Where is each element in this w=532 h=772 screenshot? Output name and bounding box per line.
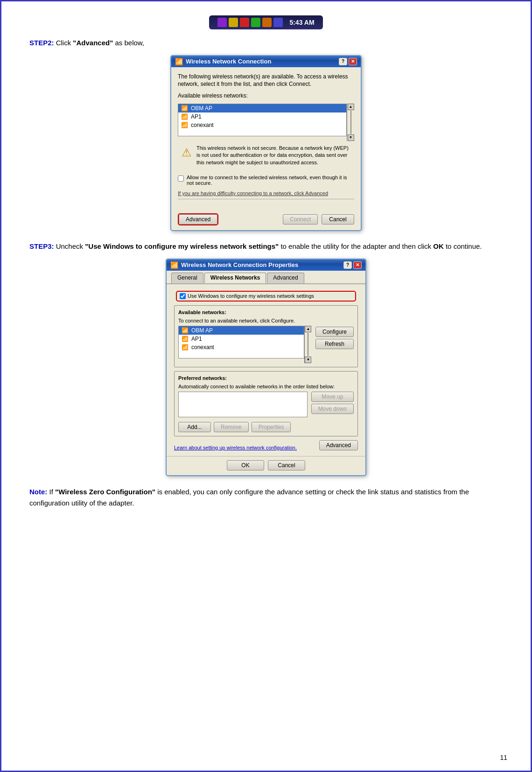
dialog2-preferred-title: Preferred networks: <box>178 375 354 381</box>
dialog1-title-icon: 📶 <box>175 58 183 65</box>
taskbar-bar: 5:43 AM <box>209 15 322 29</box>
dialog2-properties-btn[interactable]: Properties <box>252 422 291 432</box>
dialog2-close-btn[interactable]: ✕ <box>353 261 362 269</box>
dialog1-help-btn[interactable]: ? <box>339 58 347 65</box>
dialog1-cancel-btn[interactable]: Cancel <box>322 214 354 225</box>
scroll-thumb[interactable] <box>350 111 351 134</box>
dialog1-checkbox[interactable] <box>178 175 184 182</box>
scroll-thumb-2[interactable] <box>308 333 308 356</box>
step2-label: STEP2: <box>29 39 54 47</box>
dialog2-available-cols: 📶 OBM AP 📶 AP1 📶 conexant <box>178 326 354 363</box>
taskbar-icon-1 <box>217 18 227 27</box>
dialog2-title-icon: 📶 <box>170 261 178 269</box>
dialog2-checkbox-label: Use Windows to configure my wireless net… <box>188 293 314 299</box>
network2-icon-1: 📶 <box>182 327 189 334</box>
step2-text2: as below, <box>115 39 144 47</box>
tab-wireless-networks[interactable]: Wireless Networks <box>204 273 266 283</box>
page-number: 11 <box>500 754 507 761</box>
taskbar-icon-6 <box>273 18 283 27</box>
dialog2-bottom-row: Learn about setting up wireless network … <box>171 440 361 452</box>
wireless-network-properties-dialog: 📶 Wireless Network Connection Properties… <box>166 259 366 476</box>
list-item-obmap[interactable]: 📶 OBM AP <box>178 104 346 112</box>
list-item-conexant[interactable]: 📶 conexant <box>178 121 346 129</box>
dialog2-help-btn[interactable]: ? <box>343 261 352 269</box>
dialog2-preferred-desc: Automatically connect to available netwo… <box>178 384 354 389</box>
network-icon-1: 📶 <box>181 105 188 112</box>
taskbar-icons <box>217 18 283 27</box>
dialog1-warning: ⚠ This wireless network is not secure. B… <box>178 141 354 170</box>
tab-general[interactable]: General <box>171 273 203 283</box>
dialog2-preferred-list[interactable] <box>178 392 308 417</box>
taskbar-icon-2 <box>229 18 238 27</box>
network-icon-2: 📶 <box>181 113 188 120</box>
dialog2-available-section: Available networks: To connect to an ava… <box>174 305 358 367</box>
dialog2-titlebar-buttons: ? ✕ <box>343 261 362 269</box>
step3-bold: "Use Windows to configure my wireless ne… <box>85 242 279 250</box>
dialog1-title: Wireless Network Connection <box>186 58 271 65</box>
dialog1-bottom-text: If you are having difficulty connecting … <box>178 190 354 199</box>
dialog2-title: Wireless Network Connection Properties <box>181 261 298 268</box>
dialog2-cancel-btn[interactable]: Cancel <box>268 460 305 470</box>
step3-text3: to continue. <box>446 242 482 250</box>
dialog1-titlebar-buttons: ? ✕ <box>339 58 357 65</box>
dialog2-configure-btn[interactable]: Configure <box>315 327 354 337</box>
dialog1-available-label: Available wireless networks: <box>178 92 354 100</box>
dialog2-remove-btn[interactable]: Remove <box>214 422 249 432</box>
step3-text1: Uncheck <box>56 242 85 250</box>
dialog2-configure-col: Configure Refresh <box>315 326 354 363</box>
step2-bold: "Advanced" <box>73 39 113 47</box>
taskbar-icon-3 <box>240 18 249 27</box>
taskbar-icon-4 <box>251 18 260 27</box>
dialog2-preferred-section: Preferred networks: Automatically connec… <box>174 371 358 436</box>
dialog2-titlebar: 📶 Wireless Network Connection Properties… <box>167 260 365 271</box>
dialog2-titlebar-left: 📶 Wireless Network Connection Properties <box>170 261 298 269</box>
scroll-down-arrow[interactable]: ▼ <box>348 134 354 141</box>
network-name-3: conexant <box>191 122 214 128</box>
list-item-ap1[interactable]: 📶 AP1 <box>178 112 346 121</box>
list-item-2-conexant[interactable]: 📶 conexant <box>179 343 304 351</box>
network2-icon-2: 📶 <box>182 336 189 342</box>
dialog2-preferred-cols: Move up Move down <box>178 392 354 420</box>
dialog1-advanced-btn[interactable]: Advanced <box>179 214 217 225</box>
dialog1-checkbox-label: Allow me to connect to the selected wire… <box>187 175 354 186</box>
taskbar-time: 5:43 AM <box>289 19 314 26</box>
warning-icon: ⚠ <box>182 145 192 166</box>
dialog1-close-btn[interactable]: ✕ <box>349 58 357 65</box>
network2-name-2: AP1 <box>191 336 202 342</box>
dialog2-available-list[interactable]: 📶 OBM AP 📶 AP1 📶 conexant <box>178 326 304 358</box>
scroll-up-arrow[interactable]: ▲ <box>348 104 354 110</box>
dialog1-connect-btn[interactable]: Connect <box>283 214 318 225</box>
taskbar: 5:43 AM <box>29 15 503 29</box>
list-item-2-ap1[interactable]: 📶 AP1 <box>179 335 304 343</box>
network-name-2: AP1 <box>191 113 202 120</box>
scroll-up-arrow-2[interactable]: ▲ <box>305 326 311 332</box>
dialog1-scrollbar[interactable]: ▲ ▼ <box>347 104 354 141</box>
dialog2-move-up-btn[interactable]: Move up <box>311 392 354 402</box>
list-item-2-obmap[interactable]: 📶 OBM AP <box>179 326 304 335</box>
dialog2-tabs: General Wireless Networks Advanced <box>167 271 365 284</box>
step2-text: STEP2: Click "Advanced" as below, <box>29 38 503 49</box>
dialog1-titlebar-left: 📶 Wireless Network Connection <box>175 58 271 65</box>
network2-icon-3: 📶 <box>182 344 189 351</box>
dialog2-advanced-btn[interactable]: Advanced <box>319 440 358 450</box>
step3-label: STEP3: <box>29 242 54 250</box>
dialog1-warning-text: This wireless network is not secure. Bec… <box>196 145 350 166</box>
dialog2-ok-btn[interactable]: OK <box>227 460 264 470</box>
dialog1-network-list[interactable]: 📶 OBM AP 📶 AP1 📶 conexant <box>178 104 347 136</box>
dialog2-checkbox-wrap: Use Windows to configure my wireless net… <box>176 291 356 302</box>
dialog2-checkbox[interactable] <box>180 293 186 299</box>
dialog2-add-btn[interactable]: Add... <box>178 422 211 432</box>
scroll-down-arrow-2[interactable]: ▼ <box>305 357 311 363</box>
taskbar-icon-5 <box>262 18 272 27</box>
dialog1-desc1: The following wireless network(s) are av… <box>178 73 354 89</box>
dialog2-refresh-btn[interactable]: Refresh <box>315 339 354 349</box>
tab-advanced[interactable]: Advanced <box>267 273 304 283</box>
dialog2-available-scrollbar[interactable]: ▲ ▼ <box>304 326 312 363</box>
dialog2-learn-link[interactable]: Learn about setting up wireless network … <box>174 445 297 450</box>
dialog2-move-down-btn[interactable]: Move down <box>311 404 354 414</box>
dialog2-preferred-list-col <box>178 392 308 420</box>
step3-bold2: OK <box>433 242 444 250</box>
dialog2-body: Use Windows to configure my wireless net… <box>167 284 365 456</box>
network2-name-1: OBM AP <box>191 327 213 334</box>
network-icon-3: 📶 <box>181 122 188 128</box>
